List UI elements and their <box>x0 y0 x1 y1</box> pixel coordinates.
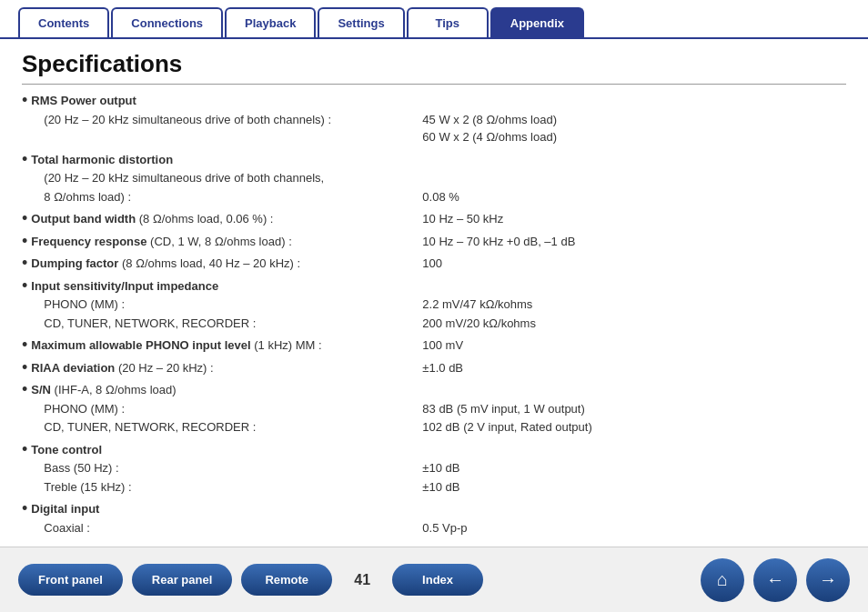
spec-obw: • Output band width (8 Ω/ohms load, 0.06… <box>22 210 846 229</box>
tab-connections[interactable]: Connections <box>111 7 223 37</box>
bullet-icon: • <box>22 151 27 169</box>
spec-value-empty5 <box>422 381 846 399</box>
spec-value-empty2 <box>422 151 846 169</box>
bullet-icon: • <box>22 381 27 399</box>
spec-label-freq-suffix: (CD, 1 W, 8 Ω/ohms load) : <box>150 235 292 248</box>
bullet-icon: • <box>22 233 27 251</box>
spec-value-sn-cd: 102 dB (2 V input, Rated output) <box>422 418 846 436</box>
forward-button[interactable]: → <box>806 558 850 602</box>
spec-max-phono: • Maximum allowable PHONO input level (1… <box>22 336 846 356</box>
spec-label-sn: S/N <box>31 383 51 396</box>
spec-value-empty <box>422 92 846 110</box>
spec-label-max-phono-suffix: (1 kHz) MM : <box>254 338 321 352</box>
spec-label-rms: RMS Power output <box>31 94 136 107</box>
tab-playback[interactable]: Playback <box>225 7 316 37</box>
spec-value-phono: 2.2 mV/47 kΩ/kohms <box>422 296 846 314</box>
spec-digital: • Digital input Coaxial : 0.5 Vp-p Optic… <box>22 500 846 538</box>
spec-riaa: • RIAA deviation (20 Hz – 20 kHz) : ±1.0… <box>22 359 846 378</box>
spec-value-max-phono: 100 mV <box>422 336 846 355</box>
spec-value-empty7 <box>422 500 846 518</box>
spec-input-sens: • Input sensitivity/Input impedance PHON… <box>22 277 846 334</box>
spec-value-dump: 100 <box>422 255 846 273</box>
spec-value-sn-phono: 83 dB (5 mV input, 1 W output) <box>422 400 846 418</box>
forward-icon: → <box>819 569 837 590</box>
bullet-icon: • <box>22 359 27 377</box>
back-button[interactable]: ← <box>753 558 797 602</box>
back-icon: ← <box>766 569 784 590</box>
spec-value-coaxial: 0.5 Vp-p <box>422 519 846 537</box>
spec-label-coaxial: Coaxial : <box>31 519 422 537</box>
spec-label-dump: Dumping factor <box>31 256 118 270</box>
spec-thd: • Total harmonic distortion (20 Hz – 20 … <box>22 151 846 207</box>
spec-freq: • Frequency response (CD, 1 W, 8 Ω/ohms … <box>22 233 846 252</box>
page-number: 41 <box>354 572 370 588</box>
spec-label-tone: Tone control <box>31 443 102 456</box>
spec-label-thd: Total harmonic distortion <box>31 153 173 166</box>
remote-button[interactable]: Remote <box>241 564 332 596</box>
spec-label-bass: Bass (50 Hz) : <box>31 459 422 477</box>
tab-settings[interactable]: Settings <box>318 7 404 37</box>
page-title: Specifications <box>22 50 846 85</box>
main-content: Specifications • RMS Power output (20 Hz… <box>0 39 868 538</box>
spec-label-cd-tuner: CD, TUNER, NETWORK, RECORDER : <box>31 315 422 333</box>
spec-value-obw: 10 Hz – 50 kHz <box>422 210 846 228</box>
spec-label-dump-suffix: (8 Ω/ohms load, 40 Hz – 20 kHz) : <box>122 256 300 270</box>
tab-appendix[interactable]: Appendix <box>490 7 584 37</box>
spec-label-phono: PHONO (MM) : <box>31 296 422 314</box>
front-panel-button[interactable]: Front panel <box>18 564 123 596</box>
spec-value-empty4 <box>422 277 846 296</box>
spec-value-thd: 0.08 % <box>422 188 846 206</box>
bottom-nav-left: Front panel Rear panel Remote 41 Index <box>18 564 483 596</box>
tab-tips[interactable]: Tips <box>407 7 489 37</box>
spec-value-treble: ±10 dB <box>422 478 846 497</box>
bullet-icon: • <box>22 92 27 110</box>
bullet-icon: • <box>22 441 27 459</box>
spec-label-obw-suffix: (8 Ω/ohms load, 0.06 %) : <box>139 212 274 226</box>
spec-value-optical: –27 dBm or later <box>422 537 846 538</box>
spec-value-empty3 <box>422 169 846 187</box>
spec-label-rms-detail: (20 Hz – 20 kHz simultaneous drive of bo… <box>31 111 422 146</box>
spec-label-max-phono: Maximum allowable PHONO input level <box>31 338 250 352</box>
spec-value-empty6 <box>422 441 846 459</box>
navigation-tabs: Contents Connections Playback Settings T… <box>0 0 868 39</box>
rear-panel-button[interactable]: Rear panel <box>132 564 232 596</box>
home-icon: ⌂ <box>717 569 728 590</box>
specifications-section: • RMS Power output (20 Hz – 20 kHz simul… <box>22 92 846 538</box>
spec-label-sn-cd: CD, TUNER, NETWORK, RECORDER : <box>31 418 422 436</box>
spec-value-rms: 45 W x 2 (8 Ω/ohms load)60 W x 2 (4 Ω/oh… <box>422 111 846 146</box>
spec-label-obw: Output band width <box>31 212 136 226</box>
bullet-icon: • <box>22 210 27 228</box>
spec-label-sn-phono: PHONO (MM) : <box>31 400 422 418</box>
spec-rms-power: • RMS Power output (20 Hz – 20 kHz simul… <box>22 92 846 147</box>
bottom-bar: Front panel Rear panel Remote 41 Index ⌂… <box>0 547 868 612</box>
tab-contents[interactable]: Contents <box>18 7 109 37</box>
spec-value-freq: 10 Hz – 70 kHz +0 dB, –1 dB <box>422 233 846 251</box>
spec-value-riaa: ±1.0 dB <box>422 359 846 377</box>
spec-label-sn-suffix: (IHF-A, 8 Ω/ohms load) <box>55 383 177 396</box>
bullet-icon: • <box>22 336 27 355</box>
home-button[interactable]: ⌂ <box>701 558 744 602</box>
bullet-icon: • <box>22 500 27 518</box>
spec-label-input-sens: Input sensitivity/Input impedance <box>31 279 218 293</box>
spec-label-optical: Optical : <box>31 537 422 538</box>
spec-label-thd-detail1: (20 Hz – 20 kHz simultaneous drive of bo… <box>31 169 422 187</box>
bottom-nav-right: ⌂ ← → <box>701 558 850 602</box>
bullet-icon: • <box>22 277 27 296</box>
spec-dump: • Dumping factor (8 Ω/ohms load, 40 Hz –… <box>22 255 846 274</box>
spec-label-riaa: RIAA deviation <box>31 361 115 375</box>
spec-label-riaa-suffix: (20 Hz – 20 kHz) : <box>118 361 214 375</box>
spec-label-treble: Treble (15 kHz) : <box>31 478 422 497</box>
spec-label-digital: Digital input <box>31 502 99 516</box>
index-button[interactable]: Index <box>392 564 483 596</box>
spec-label-freq: Frequency response <box>31 235 146 248</box>
bullet-icon: • <box>22 255 27 273</box>
spec-value-cd-tuner: 200 mV/20 kΩ/kohms <box>422 315 846 333</box>
spec-sn: • S/N (IHF-A, 8 Ω/ohms load) PHONO (MM) … <box>22 381 846 437</box>
spec-tone: • Tone control Bass (50 Hz) : ±10 dB Tre… <box>22 441 846 497</box>
spec-label-thd-detail2: 8 Ω/ohms load) : <box>31 188 422 206</box>
spec-value-bass: ±10 dB <box>422 459 846 477</box>
